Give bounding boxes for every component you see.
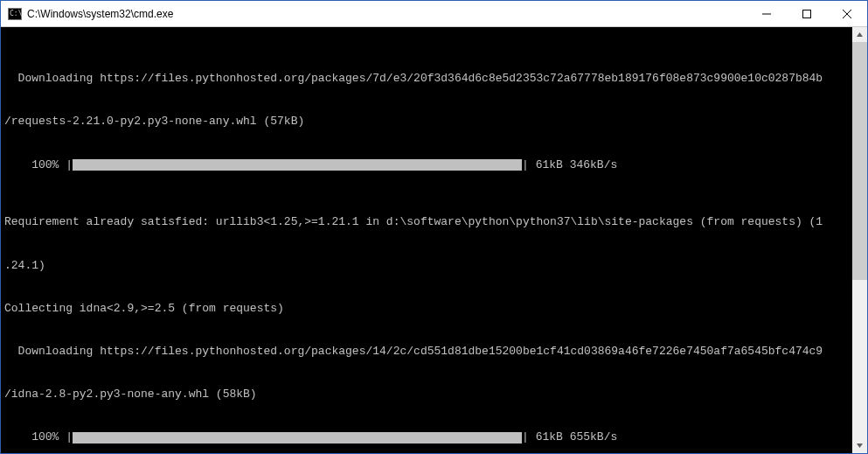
minimize-button[interactable] [746, 1, 787, 27]
titlebar[interactable]: C:\Windows\system32\cmd.exe [1, 1, 867, 27]
progress-bar: || [66, 158, 529, 172]
cmd-window: C:\Windows\system32\cmd.exe Downloading … [0, 0, 868, 454]
terminal-line: Downloading https://files.pythonhosted.o… [4, 72, 852, 86]
progress-rate: 61kB 346kB/s [529, 158, 617, 172]
progress-bar: || [66, 430, 529, 444]
vertical-scrollbar[interactable] [852, 27, 867, 453]
terminal-line: /idna-2.8-py2.py3-none-any.whl (58kB) [4, 388, 852, 402]
terminal-content: Downloading https://files.pythonhosted.o… [4, 29, 852, 453]
scroll-down-button[interactable] [852, 438, 867, 453]
window-title: C:\Windows\system32\cmd.exe [27, 8, 173, 20]
progress-line: 100% || 61kB 655kB/s [4, 430, 852, 444]
terminal-line: Downloading https://files.pythonhosted.o… [4, 345, 852, 359]
close-button[interactable] [827, 1, 867, 27]
progress-rate: 61kB 655kB/s [529, 430, 617, 444]
cmd-icon [8, 8, 22, 20]
terminal-line: /requests-2.21.0-py2.py3-none-any.whl (5… [4, 115, 852, 129]
terminal-line: Collecting idna<2.9,>=2.5 (from requests… [4, 302, 852, 316]
scroll-track[interactable] [852, 42, 867, 438]
maximize-button[interactable] [787, 1, 827, 27]
terminal-area[interactable]: Downloading https://files.pythonhosted.o… [1, 27, 867, 453]
progress-percent: 100% [4, 430, 66, 444]
svg-rect-0 [803, 10, 811, 17]
progress-line: 100% || 61kB 346kB/s [4, 158, 852, 172]
progress-percent: 100% [4, 158, 66, 172]
scroll-up-button[interactable] [852, 27, 867, 42]
terminal-line: .24.1) [4, 259, 852, 273]
terminal-line: Requirement already satisfied: urllib3<1… [4, 215, 852, 229]
scroll-thumb[interactable] [852, 42, 867, 280]
